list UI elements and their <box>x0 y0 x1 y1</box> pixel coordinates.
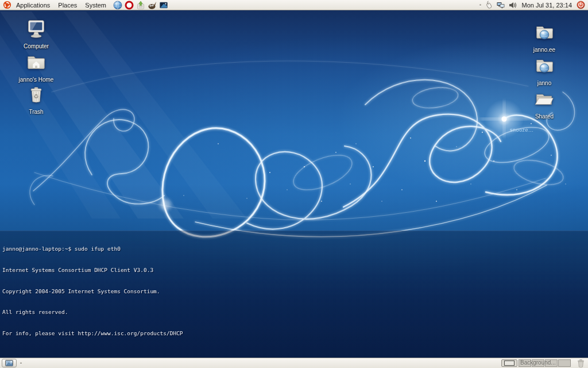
gnome-desktop-screen: Applications Places System <box>0 0 588 368</box>
workspace-3[interactable] <box>545 359 558 367</box>
screenshot-tool-icon[interactable] <box>158 0 168 10</box>
terminal-line: Copyright 2004-2005 Internet Systems Con… <box>2 288 193 295</box>
ubuntu-logo-icon[interactable] <box>2 0 12 10</box>
window-list-handle[interactable] <box>20 362 22 364</box>
svg-text:♻: ♻ <box>34 93 39 99</box>
launcher-area <box>113 0 168 10</box>
show-desktop-button[interactable] <box>2 359 17 367</box>
bottom-panel: Background... <box>0 358 588 368</box>
desktop-workspace[interactable]: snooze... Computer janno's Home ♻ Trash <box>0 10 588 358</box>
desktop-icon-computer[interactable]: Computer <box>10 18 63 49</box>
terminal-line: All rights reserved. <box>2 309 193 316</box>
logout-power-icon[interactable] <box>577 1 585 9</box>
menu-system[interactable]: System <box>81 1 110 9</box>
applet-handle[interactable] <box>479 4 481 6</box>
panel-status-area: Mon Jul 31, 23:14 <box>479 1 586 10</box>
show-desktop-icon <box>5 358 13 368</box>
menu-applications[interactable]: Applications <box>12 1 54 9</box>
desktop-icon-home[interactable]: janno's Home <box>10 52 63 83</box>
desktop-icon-label: janno.ee <box>533 47 555 53</box>
desktop-icon-label: Shared <box>535 113 554 120</box>
terminal-output: janno@janno-laptop:~$ sudo ifup eth0 Int… <box>2 232 193 358</box>
remote-folder-icon <box>533 55 555 79</box>
terminal-line: Internet Systems Consortium DHCP Client … <box>2 267 193 274</box>
terminal-line: janno@janno-laptop:~$ sudo ifup eth0 <box>2 246 193 252</box>
desktop-icon-label: Trash <box>29 109 43 115</box>
mouse-icon[interactable] <box>484 1 493 10</box>
web-browser-icon[interactable] <box>113 0 122 10</box>
panel-clock[interactable]: Mon Jul 31, 23:14 <box>520 2 574 9</box>
home-folder-icon <box>25 52 47 76</box>
menu-places[interactable]: Places <box>54 1 81 9</box>
trash-applet-icon[interactable] <box>576 359 585 368</box>
top-panel: Applications Places System <box>0 0 588 10</box>
workspace-2[interactable] <box>532 359 544 367</box>
window-outline-icon <box>504 361 514 366</box>
volume-icon[interactable] <box>508 1 517 10</box>
workspace-switcher <box>519 359 571 367</box>
desktop-icon-janno-ee[interactable]: janno.ee <box>518 22 571 53</box>
desktop-icon-janno[interactable]: janno <box>518 55 571 86</box>
package-installer-icon[interactable] <box>136 0 145 10</box>
desktop-icon-shared[interactable]: Shared <box>518 89 571 120</box>
opera-icon[interactable] <box>124 0 134 10</box>
remote-folder-icon <box>533 22 555 46</box>
desktop-icon-label: Computer <box>24 43 49 49</box>
window-list-button[interactable] <box>501 359 517 367</box>
computer-icon <box>25 18 47 43</box>
desktop-icon-label: janno's Home <box>19 76 54 83</box>
terminal-line: For info, please visit http://www.isc.or… <box>2 330 193 337</box>
desktop-icon-trash[interactable]: ♻ Trash <box>10 85 63 115</box>
desktop-icon-label: janno <box>537 80 551 86</box>
trash-icon: ♻ <box>26 85 47 108</box>
wallpaper-snooze-text: snooze... <box>510 127 533 133</box>
open-folder-icon <box>533 89 555 113</box>
gimp-icon[interactable] <box>147 0 157 10</box>
workspace-1[interactable] <box>519 359 531 367</box>
terminal-line <box>2 351 193 358</box>
workspace-4[interactable] <box>558 359 571 367</box>
network-monitor-icon[interactable] <box>496 1 505 10</box>
